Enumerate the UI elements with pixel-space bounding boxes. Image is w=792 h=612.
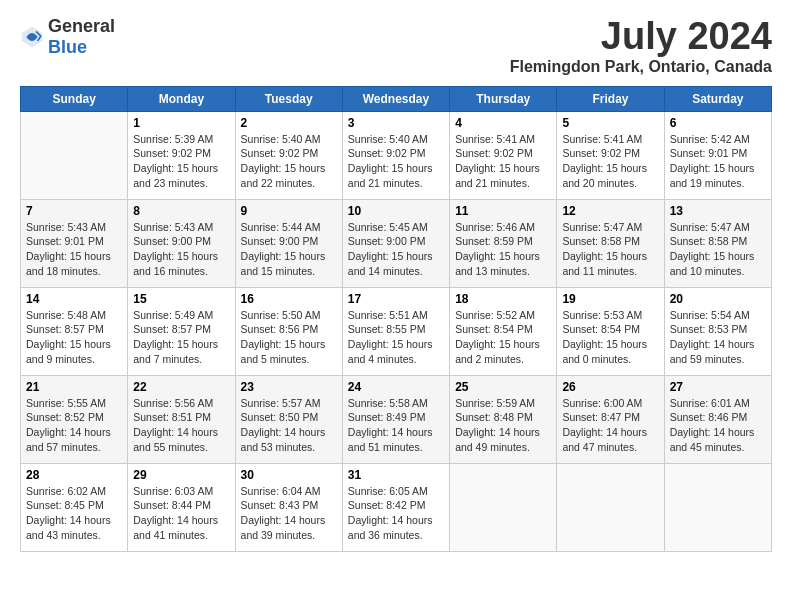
logo-blue: Blue	[48, 37, 87, 57]
calendar-cell: 22Sunrise: 5:56 AMSunset: 8:51 PMDayligh…	[128, 375, 235, 463]
calendar-cell: 16Sunrise: 5:50 AMSunset: 8:56 PMDayligh…	[235, 287, 342, 375]
cell-content: Sunrise: 5:56 AMSunset: 8:51 PMDaylight:…	[133, 396, 229, 455]
logo-text: General Blue	[48, 16, 115, 58]
header-day-saturday: Saturday	[664, 86, 771, 111]
calendar-cell	[557, 463, 664, 551]
calendar-cell: 18Sunrise: 5:52 AMSunset: 8:54 PMDayligh…	[450, 287, 557, 375]
cell-content: Sunrise: 6:05 AMSunset: 8:42 PMDaylight:…	[348, 484, 444, 543]
day-number: 13	[670, 204, 766, 218]
cell-content: Sunrise: 5:48 AMSunset: 8:57 PMDaylight:…	[26, 308, 122, 367]
header-row: SundayMondayTuesdayWednesdayThursdayFrid…	[21, 86, 772, 111]
calendar-cell: 4Sunrise: 5:41 AMSunset: 9:02 PMDaylight…	[450, 111, 557, 199]
logo-icon	[20, 25, 44, 49]
calendar-cell: 20Sunrise: 5:54 AMSunset: 8:53 PMDayligh…	[664, 287, 771, 375]
cell-content: Sunrise: 5:47 AMSunset: 8:58 PMDaylight:…	[562, 220, 658, 279]
week-row-4: 21Sunrise: 5:55 AMSunset: 8:52 PMDayligh…	[21, 375, 772, 463]
calendar-table: SundayMondayTuesdayWednesdayThursdayFrid…	[20, 86, 772, 552]
calendar-cell: 2Sunrise: 5:40 AMSunset: 9:02 PMDaylight…	[235, 111, 342, 199]
day-number: 22	[133, 380, 229, 394]
day-number: 29	[133, 468, 229, 482]
day-number: 5	[562, 116, 658, 130]
day-number: 9	[241, 204, 337, 218]
day-number: 28	[26, 468, 122, 482]
calendar-cell: 8Sunrise: 5:43 AMSunset: 9:00 PMDaylight…	[128, 199, 235, 287]
cell-content: Sunrise: 5:40 AMSunset: 9:02 PMDaylight:…	[241, 132, 337, 191]
day-number: 26	[562, 380, 658, 394]
day-number: 2	[241, 116, 337, 130]
logo: General Blue	[20, 16, 115, 58]
day-number: 19	[562, 292, 658, 306]
cell-content: Sunrise: 5:55 AMSunset: 8:52 PMDaylight:…	[26, 396, 122, 455]
calendar-cell: 29Sunrise: 6:03 AMSunset: 8:44 PMDayligh…	[128, 463, 235, 551]
calendar-cell	[664, 463, 771, 551]
calendar-cell: 27Sunrise: 6:01 AMSunset: 8:46 PMDayligh…	[664, 375, 771, 463]
calendar-cell: 23Sunrise: 5:57 AMSunset: 8:50 PMDayligh…	[235, 375, 342, 463]
day-number: 15	[133, 292, 229, 306]
cell-content: Sunrise: 6:03 AMSunset: 8:44 PMDaylight:…	[133, 484, 229, 543]
day-number: 31	[348, 468, 444, 482]
calendar-cell: 17Sunrise: 5:51 AMSunset: 8:55 PMDayligh…	[342, 287, 449, 375]
day-number: 18	[455, 292, 551, 306]
calendar-cell: 26Sunrise: 6:00 AMSunset: 8:47 PMDayligh…	[557, 375, 664, 463]
day-number: 21	[26, 380, 122, 394]
cell-content: Sunrise: 6:04 AMSunset: 8:43 PMDaylight:…	[241, 484, 337, 543]
calendar-cell: 7Sunrise: 5:43 AMSunset: 9:01 PMDaylight…	[21, 199, 128, 287]
cell-content: Sunrise: 5:40 AMSunset: 9:02 PMDaylight:…	[348, 132, 444, 191]
calendar-cell: 11Sunrise: 5:46 AMSunset: 8:59 PMDayligh…	[450, 199, 557, 287]
calendar-cell: 3Sunrise: 5:40 AMSunset: 9:02 PMDaylight…	[342, 111, 449, 199]
day-number: 23	[241, 380, 337, 394]
cell-content: Sunrise: 5:54 AMSunset: 8:53 PMDaylight:…	[670, 308, 766, 367]
day-number: 1	[133, 116, 229, 130]
cell-content: Sunrise: 5:53 AMSunset: 8:54 PMDaylight:…	[562, 308, 658, 367]
cell-content: Sunrise: 5:42 AMSunset: 9:01 PMDaylight:…	[670, 132, 766, 191]
day-number: 30	[241, 468, 337, 482]
day-number: 24	[348, 380, 444, 394]
calendar-cell	[21, 111, 128, 199]
calendar-cell: 10Sunrise: 5:45 AMSunset: 9:00 PMDayligh…	[342, 199, 449, 287]
cell-content: Sunrise: 5:57 AMSunset: 8:50 PMDaylight:…	[241, 396, 337, 455]
day-number: 17	[348, 292, 444, 306]
day-number: 16	[241, 292, 337, 306]
cell-content: Sunrise: 5:50 AMSunset: 8:56 PMDaylight:…	[241, 308, 337, 367]
day-number: 7	[26, 204, 122, 218]
cell-content: Sunrise: 5:59 AMSunset: 8:48 PMDaylight:…	[455, 396, 551, 455]
day-number: 3	[348, 116, 444, 130]
week-row-5: 28Sunrise: 6:02 AMSunset: 8:45 PMDayligh…	[21, 463, 772, 551]
calendar-cell: 25Sunrise: 5:59 AMSunset: 8:48 PMDayligh…	[450, 375, 557, 463]
cell-content: Sunrise: 5:41 AMSunset: 9:02 PMDaylight:…	[562, 132, 658, 191]
calendar-header: SundayMondayTuesdayWednesdayThursdayFrid…	[21, 86, 772, 111]
cell-content: Sunrise: 5:43 AMSunset: 9:00 PMDaylight:…	[133, 220, 229, 279]
header-day-wednesday: Wednesday	[342, 86, 449, 111]
calendar-cell: 1Sunrise: 5:39 AMSunset: 9:02 PMDaylight…	[128, 111, 235, 199]
cell-content: Sunrise: 5:44 AMSunset: 9:00 PMDaylight:…	[241, 220, 337, 279]
cell-content: Sunrise: 6:01 AMSunset: 8:46 PMDaylight:…	[670, 396, 766, 455]
location-title: Flemingdon Park, Ontario, Canada	[510, 58, 772, 76]
calendar-cell: 12Sunrise: 5:47 AMSunset: 8:58 PMDayligh…	[557, 199, 664, 287]
calendar-cell: 6Sunrise: 5:42 AMSunset: 9:01 PMDaylight…	[664, 111, 771, 199]
calendar-cell: 13Sunrise: 5:47 AMSunset: 8:58 PMDayligh…	[664, 199, 771, 287]
cell-content: Sunrise: 5:43 AMSunset: 9:01 PMDaylight:…	[26, 220, 122, 279]
logo-general: General	[48, 16, 115, 36]
day-number: 12	[562, 204, 658, 218]
cell-content: Sunrise: 5:45 AMSunset: 9:00 PMDaylight:…	[348, 220, 444, 279]
day-number: 11	[455, 204, 551, 218]
week-row-2: 7Sunrise: 5:43 AMSunset: 9:01 PMDaylight…	[21, 199, 772, 287]
calendar-cell: 30Sunrise: 6:04 AMSunset: 8:43 PMDayligh…	[235, 463, 342, 551]
header-day-friday: Friday	[557, 86, 664, 111]
cell-content: Sunrise: 5:51 AMSunset: 8:55 PMDaylight:…	[348, 308, 444, 367]
title-block: July 2024 Flemingdon Park, Ontario, Cana…	[510, 16, 772, 76]
cell-content: Sunrise: 5:39 AMSunset: 9:02 PMDaylight:…	[133, 132, 229, 191]
calendar-body: 1Sunrise: 5:39 AMSunset: 9:02 PMDaylight…	[21, 111, 772, 551]
month-title: July 2024	[510, 16, 772, 58]
calendar-cell: 31Sunrise: 6:05 AMSunset: 8:42 PMDayligh…	[342, 463, 449, 551]
cell-content: Sunrise: 5:52 AMSunset: 8:54 PMDaylight:…	[455, 308, 551, 367]
cell-content: Sunrise: 5:47 AMSunset: 8:58 PMDaylight:…	[670, 220, 766, 279]
cell-content: Sunrise: 5:58 AMSunset: 8:49 PMDaylight:…	[348, 396, 444, 455]
day-number: 27	[670, 380, 766, 394]
calendar-cell: 5Sunrise: 5:41 AMSunset: 9:02 PMDaylight…	[557, 111, 664, 199]
day-number: 8	[133, 204, 229, 218]
calendar-cell: 24Sunrise: 5:58 AMSunset: 8:49 PMDayligh…	[342, 375, 449, 463]
cell-content: Sunrise: 6:00 AMSunset: 8:47 PMDaylight:…	[562, 396, 658, 455]
day-number: 10	[348, 204, 444, 218]
calendar-cell: 15Sunrise: 5:49 AMSunset: 8:57 PMDayligh…	[128, 287, 235, 375]
